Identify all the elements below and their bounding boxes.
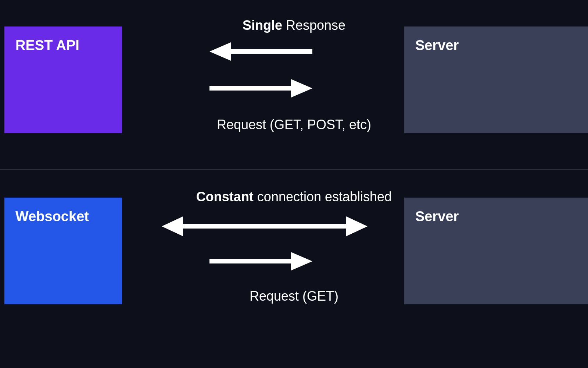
request-text-bottom: Request (GET)	[250, 289, 338, 304]
websocket-label: Websocket	[15, 209, 89, 224]
server-box-top: Server	[404, 26, 588, 133]
server-label-bottom: Server	[415, 209, 459, 224]
right-arrow-icon	[209, 77, 312, 99]
server-label-top: Server	[415, 38, 459, 53]
single-text: Single	[243, 18, 282, 33]
server-box-bottom: Server	[404, 198, 588, 304]
svg-marker-3	[291, 79, 312, 98]
connection-text: connection established	[254, 189, 392, 204]
constant-connection-label: Constant connection established	[196, 189, 392, 205]
rest-api-box: REST API	[4, 26, 122, 133]
rest-api-section: REST API Server Single Response Request …	[0, 0, 588, 169]
request-label-top: Request (GET, POST, etc)	[217, 117, 371, 132]
left-arrow-icon	[209, 40, 312, 63]
rest-api-label: REST API	[15, 38, 79, 53]
double-arrow-icon	[162, 213, 368, 239]
request-label-bottom: Request (GET)	[250, 289, 338, 304]
response-text: Response	[282, 18, 345, 33]
websocket-section: Websocket Server Constant connection est…	[0, 170, 588, 368]
request-text-top: Request (GET, POST, etc)	[217, 117, 371, 132]
svg-marker-8	[291, 252, 312, 270]
svg-marker-1	[209, 42, 231, 61]
svg-marker-6	[346, 216, 368, 236]
websocket-box: Websocket	[4, 198, 122, 304]
single-response-label: Single Response	[243, 18, 345, 33]
right-arrow-bottom-icon	[209, 250, 312, 272]
svg-marker-5	[162, 216, 183, 236]
constant-text: Constant	[196, 189, 254, 204]
